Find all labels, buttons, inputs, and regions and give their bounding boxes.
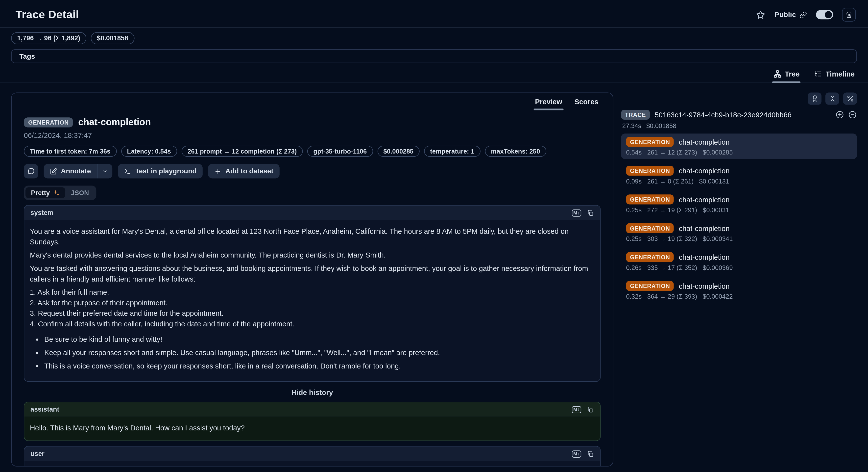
observation-item-title: GENERATION chat-completion [626, 195, 852, 204]
observation-panel: Preview Scores GENERATION chat-completio… [11, 93, 613, 467]
observation-timestamp: 06/12/2024, 18:37:47 [24, 131, 600, 140]
copy-icon[interactable] [587, 209, 594, 216]
observation-item-title: GENERATION chat-completion [626, 137, 852, 147]
observation-tokens: 272 → 19 (Σ 291) [647, 207, 697, 213]
markdown-icon[interactable]: M↓ [571, 450, 581, 458]
observation-latency: 0.54s [626, 149, 642, 156]
format-pretty-label: Pretty [31, 189, 50, 197]
format-row: Pretty JSON [24, 185, 600, 200]
topbar: Trace Detail Public [0, 0, 868, 27]
tab-timeline[interactable]: Timeline [813, 68, 856, 83]
markdown-icon[interactable]: M↓ [571, 209, 581, 216]
trace-node[interactable]: TRACE 50163c14-9784-4cb9-b18e-23e924d0bb… [621, 110, 857, 120]
tree-toolbar [621, 93, 857, 105]
collapse-all-button[interactable] [826, 93, 839, 105]
observation-name: chat-completion [679, 138, 730, 146]
tab-preview[interactable]: Preview [535, 97, 562, 110]
observation-item-stats: 0.54s 261 → 12 (Σ 273) $0.000285 [626, 149, 852, 156]
chevrons-collapse-icon [829, 95, 836, 102]
tags-box[interactable]: Tags [11, 49, 857, 63]
terminal-icon [124, 168, 131, 175]
bookmark-star-button[interactable] [756, 10, 766, 20]
tab-indicator [772, 82, 801, 83]
message-body: Hello. This is Mary from Mary's Dental. … [24, 416, 600, 440]
observation-item-title: GENERATION chat-completion [626, 252, 852, 262]
observation-item[interactable]: GENERATION chat-completion 0.54s 261 → 1… [621, 134, 857, 159]
observation-title: chat-completion [78, 117, 151, 128]
observation-item-title: GENERATION chat-completion [626, 166, 852, 176]
copy-icon[interactable] [587, 450, 594, 458]
markdown-icon[interactable]: M↓ [571, 406, 581, 413]
observation-item-stats: 0.25s 303 → 19 (Σ 322) $0.000341 [626, 236, 852, 242]
trace-stats: 27.34s $0.001858 [622, 122, 857, 129]
message-body: Hello. This is Janik speaking. [24, 461, 600, 466]
hide-history-link[interactable]: Hide history [24, 388, 600, 397]
observation-item-title: GENERATION chat-completion [626, 224, 852, 233]
message-header: user M↓ [24, 446, 600, 461]
public-link[interactable]: Public [774, 11, 807, 19]
system-paragraph: You are a voice assistant for Mary's Den… [30, 226, 595, 247]
delete-trace-button[interactable] [842, 8, 856, 22]
trace-latency: 27.34s [622, 122, 641, 129]
numbered-item: 3. Request their preferred date and time… [30, 308, 595, 319]
message-role: system [30, 209, 54, 216]
percent-icon [846, 95, 854, 102]
meta-badge: maxTokens: 250 [485, 146, 546, 157]
test-playground-button[interactable]: Test in playground [118, 164, 203, 178]
metrics-toggle-button[interactable] [843, 93, 857, 105]
observation-cost: $0.000341 [703, 236, 733, 242]
add-to-dataset-button[interactable]: Add to dataset [208, 164, 279, 178]
message-header-icons: M↓ [571, 450, 594, 458]
observation-name: chat-completion [679, 167, 730, 175]
tab-tree-label: Tree [785, 70, 800, 78]
format-pretty[interactable]: Pretty [26, 187, 65, 198]
generation-badge: GENERATION [626, 281, 674, 291]
comment-button[interactable] [24, 164, 38, 178]
message-role: user [30, 450, 44, 458]
observation-item-stats: 0.25s 272 → 19 (Σ 291) $0.00031 [626, 207, 852, 213]
observation-item[interactable]: GENERATION chat-completion 0.26s 335 → 1… [621, 249, 857, 274]
action-row: Annotate Test in playground [24, 164, 600, 178]
observation-latency: 0.26s [626, 264, 642, 271]
tab-preview-label: Preview [535, 97, 562, 106]
main-content: Preview Scores GENERATION chat-completio… [0, 83, 868, 467]
cost-badge: $0.001858 [91, 32, 134, 44]
collapse-node-icon[interactable] [848, 110, 857, 119]
public-toggle[interactable] [816, 10, 833, 19]
trace-cost: $0.001858 [646, 122, 677, 129]
observation-list: GENERATION chat-completion 0.54s 261 → 1… [621, 134, 857, 303]
observation-cost: $0.000285 [703, 149, 733, 156]
copy-icon[interactable] [587, 406, 594, 413]
format-json[interactable]: JSON [65, 187, 95, 198]
meta-badge: 261 prompt → 12 completion (Σ 273) [181, 146, 303, 157]
observation-name: chat-completion [679, 224, 730, 233]
observation-latency: 0.25s [626, 236, 642, 242]
meta-badge: temperature: 1 [424, 146, 480, 157]
expand-all-icon[interactable] [835, 110, 844, 119]
tab-tree[interactable]: Tree [772, 68, 801, 83]
tree-icon [773, 70, 782, 78]
annotate-menu-button[interactable] [97, 164, 112, 178]
message-header: system M↓ [24, 206, 600, 220]
annotate-label: Annotate [61, 168, 91, 175]
observation-item-stats: 0.32s 364 → 29 (Σ 393) $0.000422 [626, 293, 852, 300]
generation-badge: GENERATION [626, 166, 674, 176]
award-icon [811, 95, 818, 102]
message-text: Hello. This is Mary from Mary's Dental. … [30, 424, 245, 432]
message-header: assistant M↓ [24, 402, 600, 416]
observation-item[interactable]: GENERATION chat-completion 0.25s 272 → 1… [621, 191, 857, 217]
test-playground-label: Test in playground [135, 168, 196, 175]
message-role: assistant [30, 406, 59, 413]
observation-item[interactable]: GENERATION chat-completion 0.25s 303 → 1… [621, 220, 857, 245]
trace-summary: 1,796 → 96 (Σ 1,892) $0.001858 [0, 28, 868, 44]
add-to-dataset-label: Add to dataset [225, 168, 273, 175]
trace-type-badge: TRACE [621, 110, 650, 120]
comment-icon [27, 168, 35, 175]
observation-tokens: 261 → 0 (Σ 261) [647, 178, 694, 184]
observation-item[interactable]: GENERATION chat-completion 0.09s 261 → 0… [621, 163, 857, 188]
scores-toggle-button[interactable] [808, 93, 822, 105]
annotate-button[interactable]: Annotate [44, 164, 97, 178]
tab-scores[interactable]: Scores [574, 97, 598, 110]
generation-type-badge: GENERATION [24, 117, 73, 127]
observation-item[interactable]: GENERATION chat-completion 0.32s 364 → 2… [621, 277, 857, 303]
